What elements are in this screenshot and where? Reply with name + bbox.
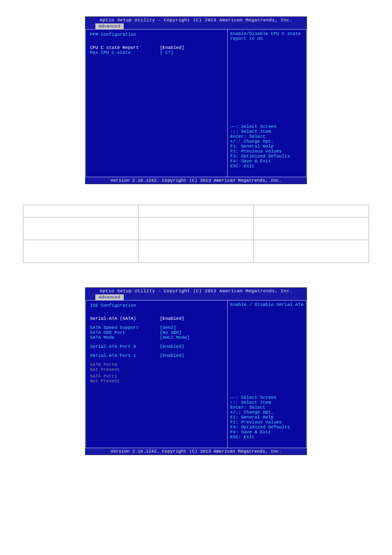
setting-label: CPU C state Report xyxy=(90,45,160,50)
nav-hint: F2: Previous Values xyxy=(230,420,304,425)
setting-label: Serial-ATA (SATA) xyxy=(90,316,160,321)
status-sata-port1-value: Not Present xyxy=(90,379,223,384)
setting-label: SATA Mode xyxy=(90,335,160,340)
table-header xyxy=(254,205,369,217)
setting-sata-speed[interactable]: SATA Speed Support [Gen2] xyxy=(90,325,223,330)
setting-value: [Enabled] xyxy=(160,45,223,50)
help-text: Enable/Disable CPU C state report to OS xyxy=(228,30,306,123)
tab-advanced[interactable]: Advanced xyxy=(95,23,124,29)
table-row xyxy=(23,217,369,240)
table-row xyxy=(23,240,369,263)
nav-hints: →←: Select Screen ↑↓: Select Item Enter:… xyxy=(228,393,306,448)
setting-sata-port0[interactable]: Serial-ATA Port 0 [Enabled] xyxy=(90,344,223,349)
nav-hint: ESC: Exit xyxy=(230,435,304,439)
nav-hint: +/-: Change Opt. xyxy=(230,410,304,415)
bios-body: PPM Configuration CPU C state Report [En… xyxy=(85,29,307,177)
nav-hint: F3: Optimized Defaults xyxy=(230,154,304,159)
nav-hint: →←: Select Screen xyxy=(230,124,304,129)
setting-label: Serial-ATA Port 1 xyxy=(90,353,160,358)
nav-hint: F3: Optimized Defaults xyxy=(230,425,304,430)
status-sata-port0-value: Not Present xyxy=(90,367,223,372)
setting-label: Serial-ATA Port 0 xyxy=(90,344,160,349)
table-header-row xyxy=(23,205,369,217)
setting-label: SATA ODD Port xyxy=(90,330,160,335)
nav-hint: ↑↓: Select Item xyxy=(230,129,304,134)
nav-hint: ESC: Exit xyxy=(230,164,304,169)
bios-tabs: Advanced xyxy=(85,23,307,29)
setting-value: [AHCI Mode] xyxy=(160,335,223,340)
table-cell xyxy=(254,240,369,263)
setting-max-cpu-cstate[interactable]: Max CPU C-state [ C7] xyxy=(90,50,223,55)
table-cell xyxy=(254,217,369,240)
bios-window-ppm: Aptio Setup Utility – Copyright (C) 2013… xyxy=(85,16,307,184)
nav-hint: Enter: Select xyxy=(230,134,304,139)
bios-tabs: Advanced xyxy=(85,294,307,300)
status-sata-port0-label: SATA Port0 xyxy=(90,362,223,367)
bios-header: Aptio Setup Utility – Copyright (C) 2013… xyxy=(85,17,307,23)
doc-table xyxy=(23,205,369,263)
table-cell xyxy=(138,240,254,263)
setting-label: Max CPU C-state xyxy=(90,50,160,55)
setting-sata-port1[interactable]: Serial-ATA Port 1 [Enabled] xyxy=(90,353,223,358)
setting-cpu-cstate-report[interactable]: CPU C state Report [Enabled] xyxy=(90,45,223,50)
nav-hint: Enter: Select xyxy=(230,405,304,410)
setting-sata-odd-port[interactable]: SATA ODD Port [No ODD] xyxy=(90,330,223,335)
setting-serial-ata[interactable]: Serial-ATA (SATA) [Enabled] xyxy=(90,316,223,321)
table-cell xyxy=(138,217,254,240)
table-cell xyxy=(23,240,138,263)
nav-hint: F4: Save & Exit xyxy=(230,430,304,435)
nav-hint: F4: Save & Exit xyxy=(230,159,304,164)
bios-left-panel: PPM Configuration CPU C state Report [En… xyxy=(85,29,227,177)
section-title: PPM Configuration xyxy=(90,32,223,37)
setting-value: [Gen2] xyxy=(160,325,223,330)
nav-hint: +/-: Change Opt. xyxy=(230,139,304,144)
setting-value: [No ODD] xyxy=(160,330,223,335)
help-text: Enable / Disable Serial ATA xyxy=(228,301,306,393)
nav-hint: →←: Select Screen xyxy=(230,395,304,400)
setting-value: [Enabled] xyxy=(160,344,223,349)
setting-value: [Enabled] xyxy=(160,353,223,358)
bios-body: IDE Configuration Serial-ATA (SATA) [Ena… xyxy=(85,300,307,448)
bios-right-panel: Enable/Disable CPU C state report to OS … xyxy=(227,29,307,177)
nav-hint: F2: Previous Values xyxy=(230,149,304,154)
status-sata-port1-label: SATA Port1 xyxy=(90,374,223,379)
nav-hints: →←: Select Screen ↑↓: Select Item Enter:… xyxy=(228,123,306,177)
setting-sata-mode[interactable]: SATA Mode [AHCI Mode] xyxy=(90,335,223,340)
setting-value: [ C7] xyxy=(160,50,223,55)
nav-hint: F1: General Help xyxy=(230,415,304,420)
section-title: IDE Configuration xyxy=(90,303,223,308)
setting-label: SATA Speed Support xyxy=(90,325,160,330)
bios-footer: Version 2.16.1242. Copyright (C) 2013 Am… xyxy=(85,177,307,184)
setting-value: [Enabled] xyxy=(160,316,223,321)
bios-window-ide: Aptio Setup Utility – Copyright (C) 2013… xyxy=(85,287,307,455)
bios-left-panel: IDE Configuration Serial-ATA (SATA) [Ena… xyxy=(85,300,227,448)
nav-hint: F1: General Help xyxy=(230,144,304,149)
bios-header: Aptio Setup Utility – Copyright (C) 2013… xyxy=(85,288,307,294)
table-header xyxy=(23,205,138,217)
table-cell xyxy=(23,217,138,240)
bios-right-panel: Enable / Disable Serial ATA →←: Select S… xyxy=(227,300,307,448)
bios-footer: Version 2.16.1242. Copyright (C) 2013 Am… xyxy=(85,448,307,455)
table-header xyxy=(138,205,254,217)
nav-hint: ↑↓: Select Item xyxy=(230,400,304,405)
tab-advanced[interactable]: Advanced xyxy=(95,294,124,300)
